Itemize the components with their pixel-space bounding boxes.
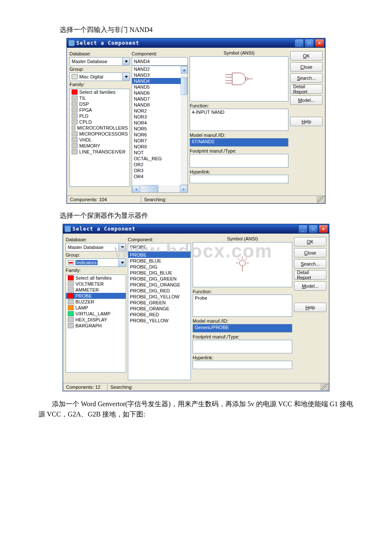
chevron-down-icon[interactable] (122, 73, 130, 81)
scrollbar-v[interactable] (181, 66, 187, 192)
scroll-thumb[interactable] (141, 185, 159, 193)
model-button[interactable]: Model... (290, 95, 323, 105)
minimize-button[interactable]: _ (294, 39, 304, 47)
footprint-box[interactable] (190, 154, 288, 168)
component-item[interactable]: PROBE_GREEN (128, 300, 190, 306)
detail-report-button[interactable]: Detail Report (294, 270, 326, 280)
model-box[interactable]: Generic/PROBE (193, 324, 292, 332)
family-item[interactable]: MICROCONTROLLERS (70, 125, 130, 131)
component-item[interactable]: PROBE (128, 252, 190, 258)
component-item[interactable]: PROBE_DIG_BLUE (128, 270, 190, 276)
maximize-button[interactable]: □ (308, 225, 318, 233)
help-button[interactable]: Help (290, 117, 323, 126)
component-listbox[interactable]: NAND2NAND3NAND4NAND5NAND6NAND7NAND8NOR2N… (132, 66, 188, 193)
component-item[interactable]: NOR6 (132, 132, 187, 138)
family-item[interactable]: TIL (70, 95, 130, 101)
component-item[interactable]: PROBE_DIG (128, 264, 190, 270)
family-item[interactable]: PLD (70, 113, 130, 119)
scrollbar-h[interactable] (132, 185, 187, 192)
component-item[interactable]: PROBE_YELLOW (128, 318, 190, 324)
resize-grip[interactable] (317, 196, 325, 203)
component-item[interactable]: PROBE_ORANGE (128, 306, 190, 312)
family-item[interactable]: BUZZER (66, 299, 126, 305)
component-item[interactable]: NAND3 (132, 72, 187, 78)
search-button[interactable]: Search... (290, 73, 323, 83)
hyperlink-box[interactable] (190, 175, 288, 183)
component-item[interactable]: NOR7 (132, 138, 187, 144)
component-item[interactable]: NOR4 (132, 120, 187, 126)
component-item[interactable]: OR2 (132, 162, 187, 168)
detail-report-button[interactable]: Detail Report (290, 84, 323, 94)
component-input[interactable] (132, 57, 188, 66)
resize-grip[interactable] (321, 383, 329, 391)
component-item[interactable]: OCTAL_REG (132, 156, 187, 162)
family-item[interactable]: VIRTUAL_LAMP (66, 311, 126, 317)
search-button[interactable]: Search... (294, 259, 326, 269)
ok-button[interactable]: OOKK (290, 51, 323, 61)
component-listbox[interactable]: PROBEPROBE_BLUEPROBE_DIGPROBE_DIG_BLUEPR… (128, 251, 191, 380)
family-item[interactable]: BARGRAPH (66, 323, 126, 329)
titlebar[interactable]: Select a Component _ □ × (67, 38, 325, 48)
scroll-right-icon[interactable] (180, 185, 187, 193)
component-item[interactable]: PROBE_BLUE (128, 258, 190, 264)
database-combo[interactable]: Master Database (66, 243, 126, 251)
family-item[interactable]: PROBE (66, 293, 126, 299)
component-item[interactable]: NAND4 (132, 78, 187, 84)
component-item[interactable]: NAND5 (132, 84, 187, 90)
database-combo[interactable]: Master Database (69, 57, 130, 66)
component-item[interactable]: OR3 (132, 168, 187, 173)
chevron-down-icon[interactable] (118, 259, 126, 266)
family-item[interactable]: LAMP (66, 305, 126, 311)
family-item[interactable]: MEMORY (70, 143, 130, 149)
family-listbox[interactable]: Select all familiesTILDSPFPGAPLDCPLDMICR… (69, 89, 130, 187)
family-item[interactable]: VOLTMETER (66, 281, 126, 287)
component-item[interactable]: NOR2 (132, 108, 187, 114)
component-item[interactable]: PROBE_RED (128, 312, 190, 318)
group-combo[interactable]: Indicators (66, 258, 126, 267)
maximize-button[interactable]: □ (305, 39, 314, 47)
titlebar[interactable]: Select a Component _ □ × (63, 224, 329, 234)
family-listbox[interactable]: Select all familiesVOLTMETERAMMETERPROBE… (66, 275, 126, 373)
scroll-left-icon[interactable] (132, 185, 140, 193)
family-item[interactable]: FPGA (70, 107, 130, 113)
component-item[interactable]: NOT (132, 150, 187, 156)
family-item[interactable]: DSP (70, 101, 130, 107)
component-item[interactable]: PROBE_DIG_RED (128, 288, 190, 294)
close-button[interactable]: Close (290, 62, 323, 72)
scroll-up-icon[interactable] (181, 66, 187, 74)
ok-button[interactable]: OK (294, 237, 326, 246)
component-item[interactable]: NAND8 (132, 102, 187, 108)
component-item[interactable]: PROBE_DIG_GREEN (128, 276, 190, 282)
family-item[interactable]: MICROPROCESSORS (70, 131, 130, 137)
family-item[interactable]: Select all families (70, 89, 130, 95)
footprint-box[interactable] (193, 340, 292, 353)
help-button[interactable]: Help (294, 303, 326, 312)
model-box[interactable]: IIT/NAND2 (190, 138, 288, 147)
hyperlink-box[interactable] (193, 361, 292, 369)
component-item[interactable]: NOR3 (132, 114, 187, 120)
close-button[interactable]: Close (294, 248, 326, 257)
family-item[interactable]: VHDL (70, 137, 130, 143)
family-item[interactable]: HEX_DISPLAY (66, 317, 126, 323)
component-item[interactable]: NAND2 (132, 66, 187, 72)
component-item[interactable]: NAND7 (132, 96, 187, 102)
close-button[interactable]: × (319, 225, 328, 233)
component-item[interactable]: NOR8 (132, 144, 187, 150)
chevron-down-icon[interactable] (122, 58, 130, 65)
family-item[interactable]: AMMETER (66, 287, 126, 293)
family-item[interactable]: LINE_TRANSCEIVER (70, 149, 130, 155)
family-item[interactable]: CPLD (70, 119, 130, 125)
family-item[interactable]: Select all families (66, 275, 126, 281)
component-item[interactable]: PROBE_DIG_ORANGE (128, 282, 190, 288)
model-button[interactable]: Model... (294, 281, 326, 291)
minimize-button[interactable]: _ (298, 225, 308, 233)
component-item[interactable]: NOR5 (132, 126, 187, 132)
component-item[interactable]: NAND6 (132, 90, 187, 96)
group-combo[interactable]: Misc Digital (69, 72, 130, 81)
chevron-down-icon[interactable] (118, 243, 126, 251)
component-item[interactable]: PROBE_DIG_YELLOW (128, 294, 190, 300)
component-item[interactable]: OR4 (132, 173, 187, 179)
scroll-thumb[interactable] (181, 77, 187, 95)
close-button[interactable]: × (315, 39, 324, 47)
component-input[interactable] (128, 243, 191, 251)
